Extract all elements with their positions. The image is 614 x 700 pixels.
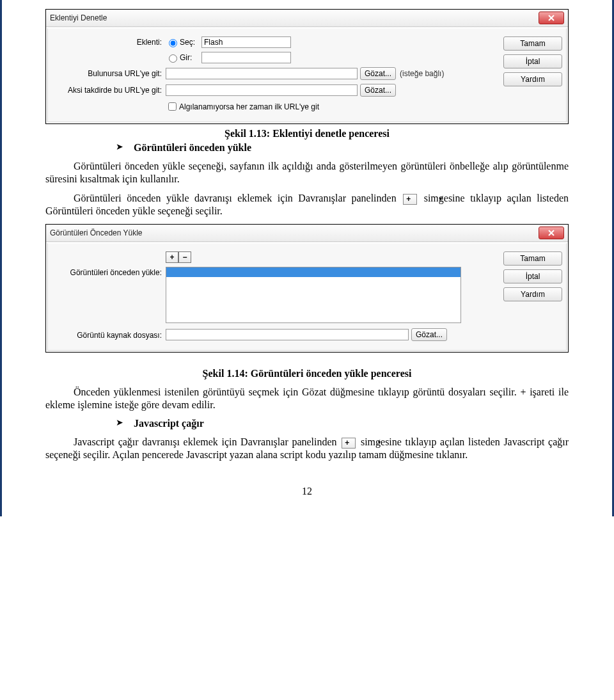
page-number: 12 bbox=[45, 486, 569, 497]
titlebar-2: Görüntüleri Önceden Yükle bbox=[46, 225, 568, 242]
help-button-2[interactable]: Yardım bbox=[503, 287, 562, 301]
browse-button-3[interactable]: Gözat... bbox=[411, 328, 447, 341]
label-aksi: Aksi takdirde bu URL'ye git: bbox=[53, 86, 166, 95]
optional-hint: (isteğe bağlı) bbox=[400, 69, 444, 78]
bullet-icon: ➤ bbox=[116, 142, 123, 153]
radio-gir[interactable] bbox=[169, 54, 177, 63]
bullet-2: Javascript çağır bbox=[134, 418, 204, 429]
close-icon bbox=[548, 230, 555, 236]
radio-sec[interactable] bbox=[169, 39, 177, 47]
add-button[interactable]: + bbox=[166, 251, 178, 263]
browse-button-2[interactable]: Gözat... bbox=[360, 84, 396, 97]
dialog-eklentiyi-denetle: Eklentiyi Denetle Tamam İptal Yardım Ekl… bbox=[45, 9, 569, 124]
remove-button[interactable]: − bbox=[178, 251, 191, 263]
close-button-2[interactable] bbox=[539, 227, 564, 239]
label-gir: Gir: bbox=[180, 53, 201, 62]
ok-button[interactable]: Tamam bbox=[503, 36, 562, 51]
cancel-button-2[interactable]: İptal bbox=[503, 269, 562, 283]
label-sec: Seç: bbox=[180, 38, 201, 47]
gir-field[interactable] bbox=[201, 52, 291, 63]
figure-caption-2: Şekil 1.14: Görüntüleri önceden yükle pe… bbox=[45, 368, 569, 379]
source-field[interactable] bbox=[166, 329, 409, 340]
url-found-field[interactable] bbox=[166, 68, 358, 79]
help-button[interactable]: Yardım bbox=[503, 72, 562, 86]
select-field[interactable] bbox=[201, 36, 291, 48]
close-button[interactable] bbox=[539, 12, 564, 24]
label-source: Görüntü kaynak dosyası: bbox=[53, 330, 166, 340]
label-preload: Görüntüleri önceden yükle: bbox=[53, 267, 166, 277]
paragraph-4: Javascript çağır davranışı eklemek için … bbox=[45, 436, 569, 461]
paragraph-2: Görüntüleri önceden yükle davranışı ekle… bbox=[45, 192, 569, 218]
dialog-goruntuleri-onceden-yukle: Görüntüleri Önceden Yükle Tamam İptal Ya… bbox=[45, 224, 569, 353]
figure-caption-1: Şekil 1.13: Eklentiyi denetle penceresi bbox=[45, 128, 569, 139]
label-algila: Algılanamıyorsa her zaman ilk URL'ye git bbox=[179, 102, 319, 111]
dialog-title: Eklentiyi Denetle bbox=[50, 13, 107, 22]
label-eklenti: Eklenti: bbox=[53, 38, 166, 47]
listbox-selected-row[interactable] bbox=[166, 267, 460, 277]
titlebar: Eklentiyi Denetle bbox=[46, 10, 568, 27]
label-bulunursa: Bulunursa URL'ye git: bbox=[53, 69, 166, 78]
dialog2-title: Görüntüleri Önceden Yükle bbox=[50, 228, 143, 237]
plus-dropdown-icon: +▾ bbox=[403, 194, 417, 205]
close-icon bbox=[548, 15, 555, 21]
browse-button-1[interactable]: Gözat... bbox=[360, 67, 396, 80]
paragraph-1: Görüntüleri önceden yükle seçeneği, sayf… bbox=[45, 160, 569, 186]
plus-dropdown-icon-2: +▾ bbox=[342, 438, 356, 449]
bullet-icon-2: ➤ bbox=[116, 418, 123, 429]
ok-button-2[interactable]: Tamam bbox=[503, 251, 562, 266]
url-else-field[interactable] bbox=[166, 84, 358, 96]
paragraph-4a: Javascript çağır davranışı eklemek için … bbox=[74, 436, 340, 447]
checkbox-algila[interactable] bbox=[168, 102, 177, 111]
preload-listbox[interactable] bbox=[166, 267, 461, 323]
bullet-1: Görüntüleri önceden yükle bbox=[134, 142, 251, 154]
cancel-button[interactable]: İptal bbox=[503, 54, 562, 68]
paragraph-2a: Görüntüleri önceden yükle davranışı ekle… bbox=[74, 193, 402, 203]
paragraph-3: Önceden yüklenmesi istenilen görüntüyü s… bbox=[45, 386, 569, 411]
